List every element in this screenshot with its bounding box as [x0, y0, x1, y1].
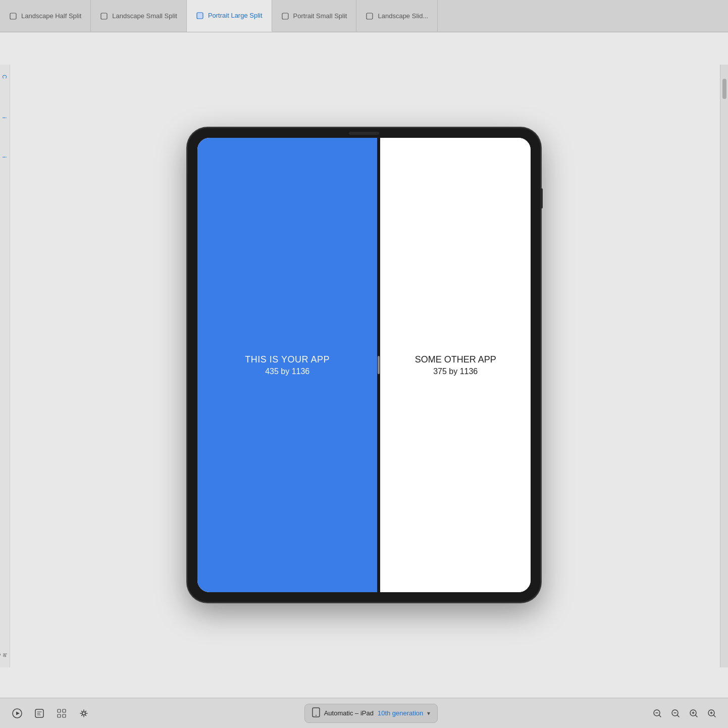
zoom-fit-icon — [670, 708, 681, 718]
tab-label: Portrait Small Split — [293, 12, 347, 20]
device-selector[interactable]: Automatic – iPad 10th generation ▾ — [304, 704, 438, 723]
ipad-top-bar — [349, 132, 379, 135]
chevron-down-icon: ▾ — [427, 710, 430, 717]
ipad-side-button — [541, 188, 543, 209]
play-icon — [12, 708, 22, 718]
left-app-title: THIS IS YOUR APP — [245, 354, 330, 365]
zoom-fit-button[interactable] — [667, 705, 684, 721]
svg-rect-9 — [63, 709, 66, 712]
adjust-icon — [79, 708, 89, 718]
svg-rect-4 — [367, 13, 373, 19]
zoom-out-icon — [652, 708, 662, 718]
main-content: C i i lesle THIS IS YOUR APP 435 by 1136… — [0, 32, 728, 698]
svg-rect-10 — [58, 714, 61, 717]
split-divider[interactable] — [377, 138, 380, 592]
app-panel-right: SOME OTHER APP 375 by 1136 — [380, 138, 531, 592]
tab-portrait-large-split[interactable]: Portrait Large Split — [187, 0, 272, 32]
zoom-out-button[interactable] — [649, 705, 665, 721]
split-handle — [378, 356, 380, 374]
svg-marker-6 — [16, 711, 20, 715]
tablet-icon-2 — [100, 12, 108, 20]
right-app-title: SOME OTHER APP — [415, 354, 496, 365]
tab-label: Landscape Small Split — [112, 12, 177, 20]
tablet-icon-5 — [366, 12, 374, 20]
sidebar-item-bottom[interactable]: lesle — [2, 653, 8, 657]
tab-landscape-half-split[interactable]: Landscape Half Split — [0, 0, 91, 32]
tab-bar: Landscape Half Split Landscape Small Spl… — [0, 0, 728, 32]
left-sidebar: C i i lesle — [0, 65, 10, 667]
ipad-screen: THIS IS YOUR APP 435 by 1136 SOME OTHER … — [197, 138, 531, 592]
zoom-fill-icon — [707, 708, 717, 718]
bottom-toolbar: Automatic – iPad 10th generation ▾ — [0, 698, 728, 728]
sidebar-item-c[interactable]: C — [2, 75, 8, 79]
grid-icon — [57, 708, 67, 718]
left-app-dimensions: 435 by 1136 — [265, 367, 309, 376]
toolbar-right-group — [649, 705, 720, 721]
svg-rect-2 — [197, 13, 203, 19]
svg-rect-0 — [10, 13, 16, 19]
tab-portrait-small-split[interactable]: Portrait Small Split — [272, 0, 357, 32]
play-button[interactable] — [8, 704, 26, 722]
grid-button[interactable] — [53, 704, 71, 722]
zoom-in-icon — [689, 708, 699, 718]
sidebar-item-i1[interactable]: i — [2, 117, 8, 118]
sidebar-item-i2[interactable]: i — [2, 157, 8, 158]
inspect-icon — [34, 708, 44, 718]
toolbar-center-group: Automatic – iPad 10th generation ▾ — [99, 704, 643, 723]
device-generation: 10th generation — [378, 709, 423, 717]
device-name: Automatic – iPad — [324, 709, 374, 717]
svg-rect-1 — [101, 13, 107, 19]
tablet-active-icon — [196, 12, 204, 20]
tablet-icon — [9, 12, 17, 20]
adjust-button[interactable] — [75, 704, 93, 722]
right-app-dimensions: 375 by 1136 — [433, 367, 478, 376]
tab-label: Landscape Half Split — [21, 12, 81, 20]
ipad-mockup: THIS IS YOUR APP 435 by 1136 SOME OTHER … — [187, 128, 541, 602]
inspect-button[interactable] — [30, 704, 48, 722]
svg-rect-11 — [63, 714, 66, 717]
toolbar-left-group — [8, 704, 93, 722]
app-panel-left: THIS IS YOUR APP 435 by 1136 — [197, 138, 377, 592]
zoom-fill-button[interactable] — [704, 705, 720, 721]
tab-label: Portrait Large Split — [208, 12, 263, 19]
right-sidebar-scroll — [720, 65, 728, 667]
tab-landscape-small-split[interactable]: Landscape Small Split — [91, 0, 187, 32]
tablet-icon-4 — [281, 12, 289, 20]
tab-landscape-slide[interactable]: Landscape Slid... — [356, 0, 438, 32]
svg-rect-3 — [282, 13, 288, 19]
ipad-device-icon — [312, 707, 320, 719]
zoom-in-button[interactable] — [686, 705, 702, 721]
tab-label: Landscape Slid... — [378, 12, 428, 20]
scroll-bar — [722, 79, 726, 99]
svg-rect-8 — [58, 709, 61, 712]
svg-point-14 — [316, 715, 317, 716]
